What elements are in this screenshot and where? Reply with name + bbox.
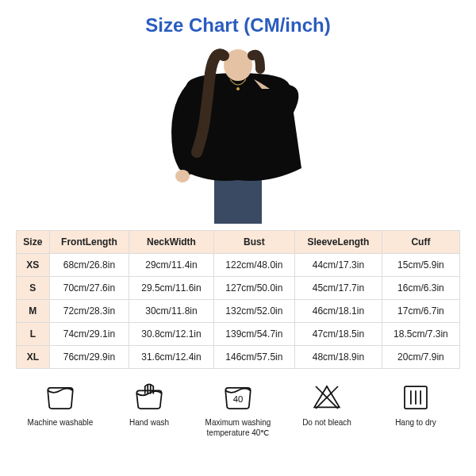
cell: 18.5cm/7.3in xyxy=(382,323,459,346)
cell-size: S xyxy=(17,277,50,300)
col-neckwidth: NeckWidth xyxy=(129,231,214,254)
svg-text:40: 40 xyxy=(233,394,244,404)
cell: 17cm/6.7in xyxy=(382,300,459,323)
cell: 127cm/50.0in xyxy=(213,277,294,300)
cell: 30cm/11.8in xyxy=(129,300,214,323)
cell: 146cm/57.5in xyxy=(213,346,294,369)
hand-wash-icon xyxy=(132,380,167,415)
cell-size: XS xyxy=(17,254,50,277)
product-image xyxy=(135,41,341,224)
cell: 122cm/48.0in xyxy=(213,254,294,277)
cell: 76cm/29.9in xyxy=(49,346,129,369)
cell: 74cm/29.1in xyxy=(49,323,129,346)
cell: 68cm/26.8in xyxy=(49,254,129,277)
cell: 29cm/11.4in xyxy=(129,254,214,277)
col-cuff: Cuff xyxy=(382,231,459,254)
care-label: Hand wash xyxy=(129,418,169,428)
cell: 31.6cm/12.4in xyxy=(129,346,214,369)
cell: 46cm/18.1in xyxy=(295,300,382,323)
table-row: XL 76cm/29.9in 31.6cm/12.4in 146cm/57.5i… xyxy=(17,346,460,369)
cell: 70cm/27.6in xyxy=(49,277,129,300)
wash-40-icon: 40 xyxy=(221,380,255,415)
cell-size: XL xyxy=(17,346,50,369)
cell-size: L xyxy=(17,323,50,346)
cell: 48cm/18.9in xyxy=(295,346,382,369)
cell: 15cm/5.9in xyxy=(382,254,459,277)
col-bust: Bust xyxy=(213,231,294,254)
svg-point-2 xyxy=(236,87,240,90)
col-size: Size xyxy=(17,231,50,254)
care-label: Maximum washing temperature 40℃ xyxy=(194,418,282,438)
no-bleach-icon xyxy=(309,380,344,415)
care-item: Machine washable xyxy=(17,380,104,428)
care-item: 40 Maximum washing temperature 40℃ xyxy=(194,380,282,438)
care-item: Do not bleach xyxy=(283,380,370,428)
care-label: Hang to dry xyxy=(395,418,436,428)
table-row: XS 68cm/26.8in 29cm/11.4in 122cm/48.0in … xyxy=(17,254,460,277)
cell: 20cm/7.9in xyxy=(382,346,459,369)
cell: 47cm/18.5in xyxy=(295,323,382,346)
care-label: Do not bleach xyxy=(302,418,351,428)
col-frontlength: FrontLength xyxy=(49,231,129,254)
care-label: Machine washable xyxy=(28,418,94,428)
table-row: L 74cm/29.1in 30.8cm/12.1in 139cm/54.7in… xyxy=(17,323,460,346)
cell: 139cm/54.7in xyxy=(213,323,294,346)
cell: 44cm/17.3in xyxy=(295,254,382,277)
svg-point-1 xyxy=(175,170,190,182)
size-chart-table: Size FrontLength NeckWidth Bust SleeveLe… xyxy=(16,230,460,369)
care-item: Hand wash xyxy=(106,380,193,428)
cell: 30.8cm/12.1in xyxy=(129,323,214,346)
table-row: M 72cm/28.3in 30cm/11.8in 132cm/52.0in 4… xyxy=(17,300,460,323)
cell: 29.5cm/11.6in xyxy=(129,277,214,300)
cell: 45cm/17.7in xyxy=(295,277,382,300)
care-instructions: Machine washable Hand wash 40 Maximum wa… xyxy=(16,380,460,438)
page-title: Size Chart (CM/inch) xyxy=(145,14,330,36)
machine-wash-icon xyxy=(43,380,78,415)
cell-size: M xyxy=(17,300,50,323)
cell: 132cm/52.0in xyxy=(213,300,294,323)
col-sleevelength: SleeveLength xyxy=(295,231,382,254)
care-item: Hang to dry xyxy=(372,380,459,428)
cell: 72cm/28.3in xyxy=(49,300,129,323)
cell: 16cm/6.3in xyxy=(382,277,459,300)
table-header-row: Size FrontLength NeckWidth Bust SleeveLe… xyxy=(17,231,460,254)
hang-dry-icon xyxy=(398,380,433,415)
table-row: S 70cm/27.6in 29.5cm/11.6in 127cm/50.0in… xyxy=(17,277,460,300)
